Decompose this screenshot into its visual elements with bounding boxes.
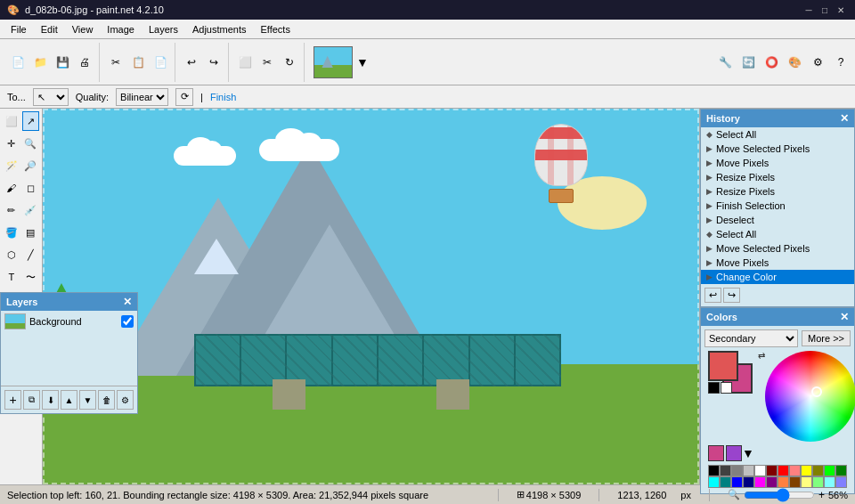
layer-background-item[interactable]: Background — [1, 311, 137, 332]
rotation-control[interactable]: ⟳ — [175, 88, 193, 106]
history-item-3[interactable]: ▶ Resize Pixels — [701, 170, 854, 184]
undo-history-btn[interactable]: ↩ — [704, 288, 721, 303]
extra-swatch-1[interactable] — [708, 445, 724, 461]
history-item-8[interactable]: ▶ Move Selected Pixels — [701, 241, 854, 256]
redo-history-btn[interactable]: ↪ — [723, 288, 740, 303]
history-item-10[interactable]: ▶ Change Color — [701, 270, 854, 284]
palette-lightcyan[interactable] — [824, 476, 835, 488]
help-btn[interactable]: ? — [830, 52, 851, 73]
text-tool[interactable]: T — [3, 267, 20, 287]
palette-lightred[interactable] — [789, 465, 801, 476]
gradient-tool[interactable]: ▤ — [22, 223, 40, 242]
tool-icon-4[interactable]: 🎨 — [784, 52, 805, 73]
add-layer-btn[interactable]: + — [4, 390, 21, 410]
history-item-2[interactable]: ▶ Move Pixels — [701, 156, 854, 170]
palette-teal[interactable] — [720, 476, 731, 488]
print-btn[interactable]: 🖨 — [74, 52, 95, 73]
open-btn[interactable]: 📁 — [29, 52, 51, 73]
history-item-7[interactable]: ◆ Select All — [701, 227, 854, 241]
history-item-6[interactable]: ▶ Deselect — [701, 213, 854, 227]
history-item-0[interactable]: ◆ Select All — [701, 127, 854, 142]
history-item-5[interactable]: ▶ Finish Selection — [701, 199, 854, 213]
layers-close-btn[interactable]: ✕ — [123, 296, 132, 308]
zoom-slider[interactable] — [744, 490, 815, 500]
primary-color-swatch[interactable] — [708, 351, 738, 381]
undo-btn[interactable]: ↩ — [181, 52, 202, 73]
menu-effects[interactable]: Effects — [254, 22, 297, 37]
colors-close-btn[interactable]: ✕ — [840, 311, 849, 323]
duplicate-layer-btn[interactable]: ⧉ — [23, 390, 40, 410]
tool-icon-2[interactable]: 🔄 — [737, 52, 759, 73]
delete-layer-btn[interactable]: 🗑 — [98, 390, 115, 410]
palette-cyan[interactable] — [708, 476, 720, 488]
history-item-9[interactable]: ▶ Move Pixels — [701, 256, 854, 270]
palette-lightgreen[interactable] — [812, 476, 824, 488]
menu-image[interactable]: Image — [100, 22, 142, 37]
zoom-out-icon[interactable]: 🔍 — [728, 489, 740, 500]
menu-layers[interactable]: Layers — [142, 22, 185, 37]
palette-olive[interactable] — [812, 465, 824, 476]
close-btn[interactable]: ✕ — [834, 3, 848, 17]
image-thumbnail[interactable] — [314, 46, 353, 78]
save-btn[interactable]: 💾 — [52, 52, 73, 73]
magic-wand-tool[interactable]: 🪄 — [3, 156, 20, 175]
palette-orange[interactable] — [778, 476, 789, 488]
minimize-btn[interactable]: ─ — [802, 3, 816, 17]
paintbrush-tool[interactable]: 🖌 — [3, 178, 20, 198]
move-layer-up-btn[interactable]: ▲ — [61, 390, 77, 410]
zoom-tool[interactable]: 🔍 — [22, 134, 40, 153]
pencil-tool[interactable]: ✏ — [3, 200, 20, 220]
menu-edit[interactable]: Edit — [34, 22, 65, 37]
settings-btn[interactable]: ⚙ — [807, 52, 828, 73]
zoom-in-tool[interactable]: 🔎 — [22, 156, 40, 175]
palette-gray[interactable] — [731, 465, 743, 476]
tool-icon-3[interactable]: ⭕ — [761, 52, 782, 73]
paste-btn[interactable]: 📄 — [150, 52, 171, 73]
palette-darkgray[interactable] — [720, 465, 731, 476]
move-layer-down-btn[interactable]: ▼ — [79, 390, 96, 410]
resize-btn[interactable]: ⬜ — [234, 52, 256, 73]
fill-tool[interactable]: 🪣 — [3, 223, 20, 242]
palette-green[interactable] — [835, 465, 847, 476]
more-colors-btn[interactable]: More >> — [802, 330, 851, 346]
palette-yellow[interactable] — [801, 465, 812, 476]
maximize-btn[interactable]: □ — [818, 3, 832, 17]
palette-silver[interactable] — [743, 465, 754, 476]
new-btn[interactable]: 📄 — [7, 52, 28, 73]
palette-navy[interactable] — [743, 476, 754, 488]
color-mode-select[interactable]: Secondary — [704, 329, 798, 347]
tool-icon-1[interactable]: 🔧 — [714, 52, 736, 73]
palette-red[interactable] — [778, 465, 789, 476]
palette-brown[interactable] — [789, 476, 801, 488]
palette-maroon[interactable] — [766, 465, 778, 476]
lasso-select-tool[interactable]: ↗ — [22, 111, 40, 131]
swap-colors-btn[interactable]: ⇄ — [758, 351, 765, 361]
palette-lightyellow[interactable] — [801, 476, 812, 488]
extra-swatch-2[interactable] — [726, 445, 742, 461]
crop-btn[interactable]: ✂ — [256, 52, 278, 73]
menu-adjustments[interactable]: Adjustments — [185, 22, 254, 37]
palette-magenta[interactable] — [754, 476, 766, 488]
cut-btn[interactable]: ✂ — [105, 52, 126, 73]
palette-black[interactable] — [708, 465, 720, 476]
layer-visibility-checkbox[interactable] — [121, 315, 134, 328]
quality-select[interactable]: Bilinear — [116, 88, 168, 106]
history-close-btn[interactable]: ✕ — [840, 112, 849, 125]
rotate-btn[interactable]: ↻ — [279, 52, 300, 73]
palette-purple[interactable] — [766, 476, 778, 488]
merge-layer-btn[interactable]: ⬇ — [42, 390, 59, 410]
line-tool[interactable]: ╱ — [22, 245, 40, 264]
color-wheel-container[interactable] — [765, 351, 855, 442]
history-item-4[interactable]: ▶ Resize Pixels — [701, 184, 854, 199]
move-tool[interactable]: ✛ — [3, 134, 20, 153]
black-swatch[interactable] — [708, 382, 720, 394]
eraser-tool[interactable]: ◻ — [22, 178, 40, 198]
palette-white[interactable] — [754, 465, 766, 476]
canvas-area[interactable] — [43, 109, 699, 484]
menu-file[interactable]: File — [4, 22, 34, 37]
palette-blue[interactable] — [731, 476, 743, 488]
color-picker-tool[interactable]: 💉 — [22, 200, 40, 220]
shapes-tool[interactable]: ⬡ — [3, 245, 20, 264]
layer-properties-btn[interactable]: ⚙ — [117, 390, 134, 410]
redo-btn[interactable]: ↪ — [203, 52, 224, 73]
